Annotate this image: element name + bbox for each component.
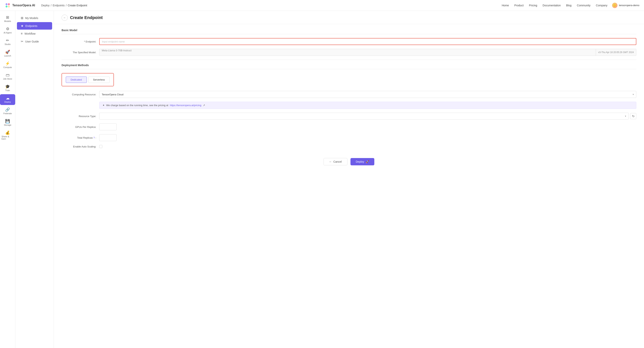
- resource-type-label: Resource Type:: [62, 115, 96, 118]
- model-version-display: v3-Thu Apr 18 20:05:26 GMT 2024: [596, 49, 636, 56]
- info-icon: ✦: [102, 104, 105, 107]
- sidebar-label-launch: Launch: [4, 55, 11, 57]
- svg-point-3: [8, 5, 10, 7]
- user-badge[interactable]: 🪙 tensoropera-demo: [612, 3, 640, 8]
- nav-company[interactable]: Company: [596, 4, 608, 7]
- resource-type-select[interactable]: ▾: [99, 113, 628, 120]
- method-serverless-btn[interactable]: Serverless: [88, 76, 110, 83]
- computing-resource-row: Computing Resource: TensorOpera Cloud ▾: [62, 91, 636, 98]
- refresh-button[interactable]: ↻: [630, 113, 636, 119]
- endpoints-icon: ★: [21, 24, 24, 28]
- nav-home[interactable]: Home: [502, 4, 509, 7]
- federate-icon: 🔗: [5, 108, 10, 111]
- sidebar-item-deploy[interactable]: ☁ Deploy: [0, 94, 15, 105]
- nav-community[interactable]: Community: [577, 4, 590, 7]
- breadcrumb-endpoints[interactable]: Endpoints: [53, 4, 65, 7]
- external-link-icon: ↗: [203, 104, 205, 107]
- sidebar-item-my-models[interactable]: ⊞ My Models: [17, 14, 52, 22]
- model-name-display: Meta-Llama-3-70B-Instruct: [99, 49, 596, 56]
- logo-text: TensorOpera AI: [12, 4, 35, 7]
- logo[interactable]: TensorOpera AI: [4, 2, 35, 8]
- sidebar-label-job-store: Job Store: [3, 78, 12, 80]
- storage-icon: 💾: [5, 119, 10, 123]
- auto-scaling-row: Enable Auto Scaling:: [62, 145, 636, 148]
- sidebar-label-workflow: Workflow: [24, 32, 36, 35]
- total-replicas-input[interactable]: [99, 134, 116, 141]
- launch-icon: 🚀: [5, 50, 10, 54]
- computing-resource-value: TensorOpera Cloud: [102, 93, 124, 96]
- models-icon: ⊞: [6, 15, 9, 19]
- sidebar-label-studio: Studio: [4, 43, 10, 45]
- share-earn-icon: 💰: [5, 131, 10, 135]
- computing-resource-select[interactable]: TensorOpera Cloud ▾: [99, 91, 636, 98]
- deploy-rocket-icon: 🚀: [366, 160, 369, 163]
- cancel-button[interactable]: ← Cancel: [324, 158, 348, 165]
- cancel-arrow-icon: ←: [329, 160, 332, 163]
- cancel-label: Cancel: [333, 160, 342, 163]
- sidebar-item-ai-agent[interactable]: ⚙ AI Agent: [0, 25, 15, 36]
- breadcrumb-sep1: /: [51, 4, 52, 7]
- ai-agent-icon: ⚙: [6, 27, 10, 31]
- endpoint-label: * Endpoint:: [62, 40, 96, 43]
- sidebar-item-federate[interactable]: 🔗 Federate: [0, 106, 15, 116]
- workflow-icon: ≡: [21, 32, 22, 35]
- sidebar-item-launch[interactable]: 🚀 Launch: [0, 48, 15, 59]
- nav-product[interactable]: Product: [514, 4, 524, 7]
- user-avatar: 🪙: [612, 3, 618, 8]
- auto-scaling-checkbox[interactable]: [99, 145, 102, 148]
- top-nav: TensorOpera AI Deploy / Endpoints / Crea…: [0, 0, 644, 11]
- deploy-icon: ☁: [6, 96, 10, 100]
- info-banner: ✦ We charge based on the running time, s…: [99, 102, 636, 109]
- sidebar-item-models[interactable]: ⊞ Models: [0, 13, 15, 24]
- info-banner-row: ✦ We charge based on the running time, s…: [62, 102, 636, 109]
- sidebar-item-compute[interactable]: ⚡ Compute: [0, 60, 15, 70]
- sidebar-item-train[interactable]: 🎓 Train: [0, 83, 15, 93]
- total-replicas-label: Total Replicas ? :: [62, 136, 96, 139]
- help-icon[interactable]: ?: [94, 136, 95, 139]
- user-guide-icon: ✂: [21, 40, 23, 43]
- user-name: tensoropera-demo: [619, 4, 640, 7]
- sidebar-item-workflow[interactable]: ≡ Workflow: [17, 30, 52, 37]
- sidebar-label-share-earn: Share & Earn: [2, 135, 14, 140]
- sidebar-item-studio[interactable]: ✏ Studio: [0, 36, 15, 47]
- pricing-link[interactable]: https://tensoropera.ai/pricing: [170, 104, 202, 107]
- breadcrumb-deploy[interactable]: Deploy: [41, 4, 50, 7]
- method-dedicated-btn[interactable]: Dedicated: [66, 76, 87, 83]
- endpoint-input[interactable]: [99, 38, 636, 45]
- sidebar-item-job-store[interactable]: 🗃 Job Store: [0, 71, 15, 82]
- sidebar-item-endpoints[interactable]: ★ Endpoints: [17, 22, 52, 30]
- back-button[interactable]: ←: [62, 14, 68, 21]
- nav-blog[interactable]: Blog: [566, 4, 572, 7]
- deploy-button[interactable]: Deploy 🚀: [350, 158, 374, 165]
- sidebar-label-train: Train: [5, 89, 10, 91]
- model-input-group: Meta-Llama-3-70B-Instruct v3-Thu Apr 18 …: [99, 49, 636, 56]
- nav-documentation[interactable]: Documentation: [543, 4, 561, 7]
- form-area: Basic Model * Endpoint: The Specified Mo…: [54, 24, 644, 178]
- info-banner-text: We charge based on the running time, see…: [106, 104, 168, 107]
- page-title: Create Endpoint: [70, 15, 103, 20]
- sidebar-label-deploy: Deploy: [4, 101, 11, 103]
- sidebar-item-share-earn[interactable]: 💰 Share & Earn: [0, 129, 15, 142]
- train-icon: 🎓: [5, 85, 10, 88]
- specified-model-label: The Specified Model:: [62, 51, 96, 54]
- sidebar-item-storage[interactable]: 💾 Storage: [0, 117, 15, 128]
- gpus-per-replica-input[interactable]: [99, 123, 116, 130]
- total-replicas-text: Total Replicas: [77, 136, 93, 139]
- icon-sidebar: ⊞ Models ⚙ AI Agent ✏ Studio 🚀 Launch ⚡ …: [0, 11, 16, 348]
- nav-links: Home Product Pricing Documentation Blog …: [502, 4, 607, 7]
- deployment-methods-section: Deployment Methods: [62, 64, 636, 69]
- breadcrumb-sep2: /: [66, 4, 66, 7]
- sidebar-label-endpoints: Endpoints: [26, 24, 37, 27]
- breadcrumb: Deploy / Endpoints / Create Endpoint: [41, 4, 502, 7]
- sidebar-label-storage: Storage: [4, 124, 11, 126]
- sidebar-label-models: Models: [4, 20, 11, 22]
- sidebar-item-user-guide[interactable]: ✂ User Guide: [17, 38, 52, 45]
- nav-pricing[interactable]: Pricing: [529, 4, 537, 7]
- sidebar-label-compute: Compute: [3, 66, 12, 68]
- basic-model-section: Basic Model: [62, 29, 636, 34]
- gpus-per-replica-row: GPUs Per Replica:: [62, 123, 636, 130]
- compute-icon: ⚡: [5, 61, 10, 65]
- resource-type-row: Resource Type: ▾ ↻: [62, 113, 636, 120]
- resource-chevron-icon: ▾: [625, 115, 626, 117]
- sidebar-label-my-models: My Models: [25, 16, 38, 20]
